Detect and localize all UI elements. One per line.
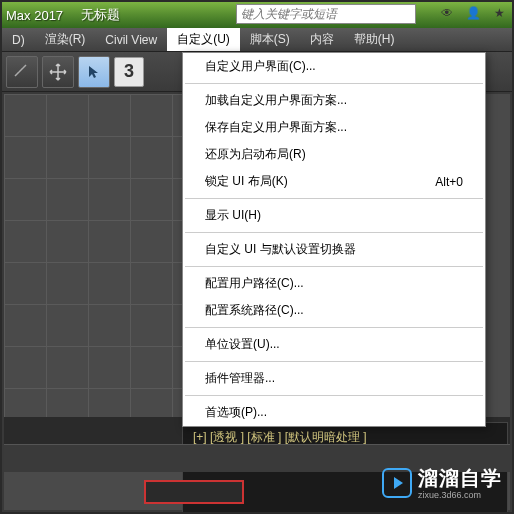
menu-system-paths[interactable]: 配置系统路径(C)... bbox=[183, 297, 485, 324]
menu-save-scheme[interactable]: 保存自定义用户界面方案... bbox=[183, 114, 485, 141]
separator bbox=[185, 266, 483, 267]
menu-script[interactable]: 脚本(S) bbox=[240, 28, 300, 51]
watermark-text: 溜溜自学 bbox=[418, 465, 502, 492]
menu-d[interactable]: D) bbox=[2, 28, 35, 51]
favorite-icon[interactable]: ★ bbox=[490, 4, 508, 22]
menu-units-setup[interactable]: 单位设置(U)... bbox=[183, 331, 485, 358]
play-icon bbox=[382, 468, 412, 498]
menu-customize[interactable]: 自定义(U) bbox=[167, 28, 240, 51]
watermark: 溜溜自学 zixue.3d66.com bbox=[382, 465, 502, 500]
menu-plugin-manager[interactable]: 插件管理器... bbox=[183, 365, 485, 392]
separator bbox=[185, 327, 483, 328]
menu-help[interactable]: 帮助(H) bbox=[344, 28, 405, 51]
customize-dropdown: 自定义用户界面(C)... 加载自定义用户界面方案... 保存自定义用户界面方案… bbox=[182, 52, 486, 427]
separator bbox=[185, 395, 483, 396]
tool-link-icon[interactable] bbox=[6, 56, 38, 88]
user-icon[interactable]: 👤 bbox=[464, 4, 482, 22]
menu-civil-view[interactable]: Civil View bbox=[95, 28, 167, 51]
viewport-label: [+] [透视 ] [标准 ] [默认明暗处理 ] bbox=[193, 430, 367, 444]
shortcut: Alt+0 bbox=[435, 175, 463, 189]
menu-ui-switcher[interactable]: 自定义 UI 与默认设置切换器 bbox=[183, 236, 485, 263]
menu-restore-layout[interactable]: 还原为启动布局(R) bbox=[183, 141, 485, 168]
tool-move-icon[interactable] bbox=[42, 56, 74, 88]
menu-preferences[interactable]: 首选项(P)... bbox=[183, 399, 485, 426]
tool-number[interactable]: 3 bbox=[114, 57, 144, 87]
title-bar: Max 2017 无标题 👁 👤 ★ bbox=[2, 2, 512, 28]
menu-show-ui[interactable]: 显示 UI(H) bbox=[183, 202, 485, 229]
separator bbox=[185, 361, 483, 362]
menu-bar: D) 渲染(R) Civil View 自定义(U) 脚本(S) 内容 帮助(H… bbox=[2, 28, 512, 52]
menu-custom-ui[interactable]: 自定义用户界面(C)... bbox=[183, 53, 485, 80]
doc-name: 无标题 bbox=[81, 6, 120, 24]
title-icons: 👁 👤 ★ bbox=[438, 4, 508, 22]
tool-select-icon[interactable] bbox=[78, 56, 110, 88]
viewport-grid[interactable] bbox=[4, 94, 182, 424]
app-name: Max 2017 bbox=[6, 8, 63, 23]
menu-user-paths[interactable]: 配置用户路径(C)... bbox=[183, 270, 485, 297]
menu-content[interactable]: 内容 bbox=[300, 28, 344, 51]
separator bbox=[185, 198, 483, 199]
separator bbox=[185, 83, 483, 84]
timeline-indicator[interactable] bbox=[144, 480, 244, 504]
search-input[interactable] bbox=[236, 4, 416, 24]
menu-load-scheme[interactable]: 加载自定义用户界面方案... bbox=[183, 87, 485, 114]
menu-render[interactable]: 渲染(R) bbox=[35, 28, 96, 51]
separator bbox=[185, 232, 483, 233]
menu-lock-layout[interactable]: 锁定 UI 布局(K)Alt+0 bbox=[183, 168, 485, 195]
binoculars-icon[interactable]: 👁 bbox=[438, 4, 456, 22]
